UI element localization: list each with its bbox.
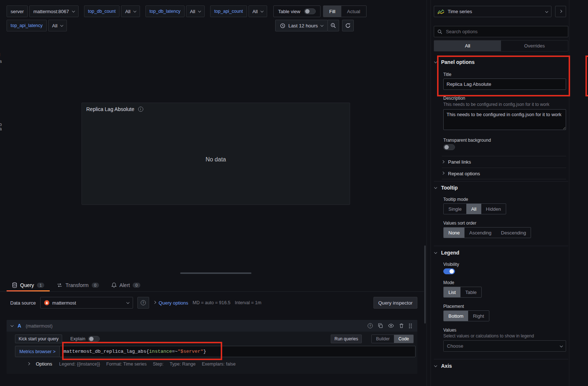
fill-option[interactable]: Fill xyxy=(323,6,341,17)
query-options-toggle[interactable]: Query options xyxy=(153,300,188,306)
tab-alert[interactable]: Alert 0 xyxy=(106,279,146,291)
var-dropdown-server[interactable]: mattermost:8067 xyxy=(29,5,79,17)
panel-description-textarea[interactable]: This needs to be configured in config.js… xyxy=(443,109,566,130)
zoom-out-button[interactable] xyxy=(327,20,339,31)
template-var-top-db-latency: top_db_latency All xyxy=(145,5,205,17)
legend-visibility-label: Visibility xyxy=(443,262,459,267)
section-tooltip[interactable]: Tooltip xyxy=(435,185,458,191)
tooltip-mode-all[interactable]: All xyxy=(466,204,481,214)
var-label-top-api-latency: top_api_latency xyxy=(7,20,47,31)
time-range-picker[interactable]: Last 12 hours xyxy=(275,20,328,31)
expr-operator: =~ xyxy=(172,349,178,354)
clipped-edge-text: l xyxy=(0,52,0,57)
legend-mode-list[interactable]: List xyxy=(444,287,460,297)
options-label[interactable]: Options xyxy=(36,361,52,367)
template-var-top-db-count: top_db_count All xyxy=(84,5,140,17)
tab-overrides[interactable]: Overrides xyxy=(501,41,568,51)
info-icon[interactable] xyxy=(138,107,143,112)
legend-summary: Legend: {{instance}} xyxy=(59,362,100,367)
panel-links-collapsible[interactable]: Panel links xyxy=(442,156,566,168)
refresh-button[interactable] xyxy=(342,20,354,31)
legend-values-select[interactable]: Choose xyxy=(443,340,566,352)
chevron-down-icon xyxy=(126,301,129,304)
options-search-input[interactable] xyxy=(445,28,565,35)
clock-icon xyxy=(280,23,285,28)
trash-icon[interactable] xyxy=(399,323,404,328)
tooltip-mode-single[interactable]: Single xyxy=(444,204,466,214)
sort-descending[interactable]: Descending xyxy=(496,228,531,238)
builder-option[interactable]: Builder xyxy=(372,335,394,343)
bell-icon xyxy=(111,282,117,288)
code-option[interactable]: Code xyxy=(394,335,413,343)
panel-header[interactable]: Replica Lag Absolute xyxy=(82,103,350,115)
legend-mode-radio-group: List Table xyxy=(443,287,482,298)
tab-label: Alert xyxy=(120,282,130,288)
sort-none[interactable]: None xyxy=(444,228,464,238)
var-value-text: mattermost:8067 xyxy=(33,9,69,14)
var-dropdown-top-api-latency[interactable]: All xyxy=(48,20,67,31)
collapse-options-pane-button[interactable] xyxy=(555,6,566,17)
datasource-help-button[interactable] xyxy=(137,297,149,309)
tab-all-options[interactable]: All xyxy=(434,41,501,51)
placement-right[interactable]: Right xyxy=(468,311,489,321)
repeat-options-label: Repeat options xyxy=(448,171,480,176)
table-view-toggle[interactable] xyxy=(304,8,316,14)
datasource-picker[interactable]: mattermost xyxy=(40,297,133,309)
format-summary: Format: Time series xyxy=(106,362,147,367)
select-placeholder: Choose xyxy=(447,343,463,349)
query-inspector-button[interactable]: Query inspector xyxy=(373,297,417,309)
sort-ascending[interactable]: Ascending xyxy=(464,228,496,238)
legend-visibility-toggle[interactable] xyxy=(443,268,455,274)
section-divider xyxy=(434,359,568,359)
query-options-summary-row: Options Legend: {{instance}} Format: Tim… xyxy=(15,361,416,367)
help-circle-icon[interactable] xyxy=(368,323,373,328)
repeat-options-collapsible[interactable]: Repeat options xyxy=(442,168,566,179)
actual-option[interactable]: Actual xyxy=(341,6,366,17)
query-row-header[interactable]: A (mattermost) xyxy=(7,320,417,332)
tooltip-mode-radio-group: Single All Hidden xyxy=(443,203,506,214)
title-field-label: Title xyxy=(443,72,451,77)
tab-query[interactable]: Query 1 xyxy=(7,279,50,291)
drag-handle-icon[interactable] xyxy=(409,324,410,325)
time-range-label: Last 12 hours xyxy=(288,23,318,28)
zoom-out-icon xyxy=(330,23,336,28)
template-var-top-api-count: top_api_count All xyxy=(210,5,267,17)
explain-toggle[interactable] xyxy=(88,336,100,342)
section-legend[interactable]: Legend xyxy=(435,250,459,256)
section-axis[interactable]: Axis xyxy=(435,363,452,369)
var-dropdown-top-db-count[interactable]: All xyxy=(121,5,140,17)
copy-icon[interactable] xyxy=(378,323,383,328)
tab-label: Query xyxy=(20,282,34,288)
description-help-text: This needs to be configured in config.js… xyxy=(443,102,568,108)
transparent-background-label: Transparent background xyxy=(443,138,491,143)
vertical-scrollbar[interactable] xyxy=(424,245,426,324)
section-panel-options[interactable]: Panel options xyxy=(435,59,475,65)
run-queries-label: Run queries xyxy=(334,336,358,341)
legend-placement-radio-group: Bottom Right xyxy=(443,310,489,321)
metrics-browser-button[interactable]: Metrics browser > xyxy=(15,346,60,357)
expr-metric: mattermost_db_replica_lag_abs{ xyxy=(64,349,149,354)
pane-splitter[interactable] xyxy=(426,0,427,386)
var-label-top-db-latency: top_db_latency xyxy=(145,5,185,17)
tab-transform[interactable]: Transform 0 xyxy=(51,279,104,291)
legend-values-help: Select values or calculations to show in… xyxy=(443,333,568,339)
run-queries-button[interactable]: Run queries xyxy=(331,335,362,343)
panel-title-input[interactable] xyxy=(443,79,566,90)
var-dropdown-top-db-latency[interactable]: All xyxy=(186,5,205,17)
refresh-icon xyxy=(345,23,351,28)
eye-icon[interactable] xyxy=(388,324,394,328)
placement-bottom[interactable]: Bottom xyxy=(444,311,468,321)
visualization-picker[interactable]: Time series xyxy=(434,6,551,17)
horizontal-scrollbar[interactable] xyxy=(180,272,251,274)
chevron-right-icon xyxy=(153,301,156,304)
promql-expression-input[interactable]: mattermost_db_replica_lag_abs{instance=~… xyxy=(60,346,416,357)
var-label-server: server xyxy=(7,5,28,17)
transparent-background-toggle[interactable] xyxy=(443,144,455,150)
kick-start-query-button[interactable]: Kick start your query xyxy=(15,335,62,343)
legend-mode-table[interactable]: Table xyxy=(460,287,481,297)
chevron-right-icon[interactable] xyxy=(27,362,30,365)
tooltip-mode-hidden[interactable]: Hidden xyxy=(481,204,506,214)
var-dropdown-top-api-count[interactable]: All xyxy=(249,5,267,17)
time-controls: Last 12 hours xyxy=(275,20,354,31)
search-icon xyxy=(437,29,442,34)
